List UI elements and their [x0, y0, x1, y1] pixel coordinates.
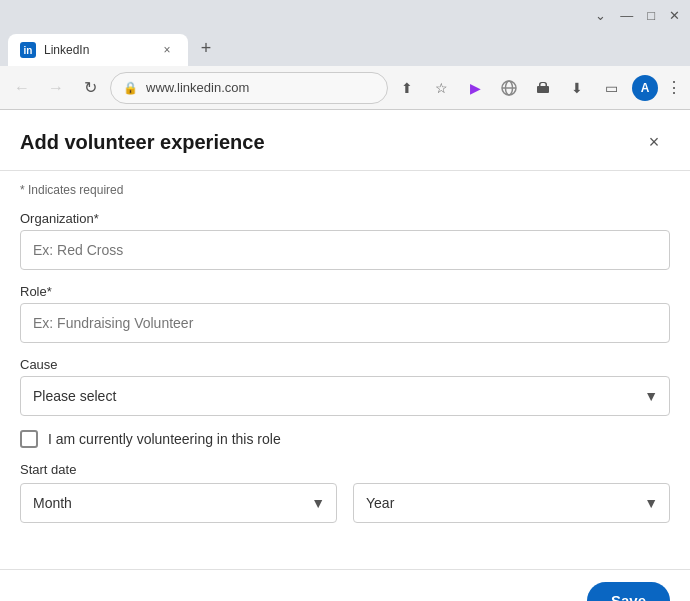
role-field-group: Role* — [20, 284, 670, 343]
tab-title: LinkedIn — [44, 43, 150, 57]
cause-select-wrapper: Please select Animal welfare Arts and cu… — [20, 376, 670, 416]
browser-profile-icon[interactable]: A — [632, 75, 658, 101]
window-minimize-icon[interactable]: — — [620, 8, 633, 23]
new-tab-button[interactable]: + — [192, 34, 220, 62]
year-select-wrapper: Year 2024 2023 2022 2021 2020 2019 2018 … — [353, 483, 670, 523]
reload-button[interactable]: ↻ — [76, 74, 104, 102]
role-input[interactable] — [20, 303, 670, 343]
organization-input[interactable] — [20, 230, 670, 270]
start-date-section: Start date Month January February March … — [20, 462, 670, 523]
download-icon[interactable]: ⬇ — [564, 75, 590, 101]
modal-overlay: Add volunteer experience × * Indicates r… — [0, 110, 690, 601]
month-field: Month January February March April May J… — [20, 483, 337, 523]
month-select-wrapper: Month January February March April May J… — [20, 483, 337, 523]
required-note: * Indicates required — [20, 183, 670, 197]
window-maximize-icon[interactable]: □ — [647, 8, 655, 23]
modal-close-button[interactable]: × — [638, 126, 670, 158]
network-icon[interactable] — [496, 75, 522, 101]
window-chevron-icon[interactable]: ⌄ — [595, 8, 606, 23]
currently-volunteering-label: I am currently volunteering in this role — [48, 431, 281, 447]
split-view-icon[interactable]: ▭ — [598, 75, 624, 101]
address-bar[interactable]: 🔒 www.linkedin.com — [110, 72, 388, 104]
organization-field-group: Organization* — [20, 211, 670, 270]
start-date-label: Start date — [20, 462, 670, 477]
date-row: Month January February March April May J… — [20, 483, 670, 523]
bookmark-icon[interactable]: ☆ — [428, 75, 454, 101]
tab-favicon: in — [20, 42, 36, 58]
window-close-icon[interactable]: ✕ — [669, 8, 680, 23]
year-field: Year 2024 2023 2022 2021 2020 2019 2018 … — [353, 483, 670, 523]
year-select[interactable]: Year 2024 2023 2022 2021 2020 2019 2018 — [353, 483, 670, 523]
extension-icon[interactable] — [530, 75, 556, 101]
organization-label: Organization* — [20, 211, 670, 226]
forward-button[interactable]: → — [42, 74, 70, 102]
lock-icon: 🔒 — [123, 81, 138, 95]
cause-field-group: Cause Please select Animal welfare Arts … — [20, 357, 670, 416]
cause-label: Cause — [20, 357, 670, 372]
role-label: Role* — [20, 284, 670, 299]
modal-footer: Save — [0, 569, 690, 601]
tab-close-button[interactable]: × — [158, 41, 176, 59]
currently-volunteering-row: I am currently volunteering in this role — [20, 430, 670, 448]
cause-select[interactable]: Please select Animal welfare Arts and cu… — [20, 376, 670, 416]
play-icon[interactable]: ▶ — [462, 75, 488, 101]
modal-title: Add volunteer experience — [20, 131, 265, 154]
browser-menu-icon[interactable]: ⋮ — [666, 78, 682, 97]
currently-volunteering-checkbox[interactable] — [20, 430, 38, 448]
month-select[interactable]: Month January February March April May J… — [20, 483, 337, 523]
modal-body: * Indicates required Organization* Role*… — [0, 171, 690, 601]
back-button[interactable]: ← — [8, 74, 36, 102]
share-icon[interactable]: ⬆ — [394, 75, 420, 101]
url-text: www.linkedin.com — [146, 80, 249, 95]
save-button[interactable]: Save — [587, 582, 670, 601]
modal-header: Add volunteer experience × — [0, 110, 690, 171]
browser-tab[interactable]: in LinkedIn × — [8, 34, 188, 66]
